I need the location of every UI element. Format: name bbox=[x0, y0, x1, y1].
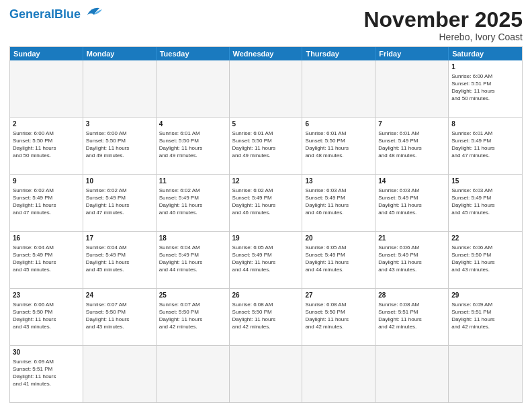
calendar-row-5: 23Sunrise: 6:06 AM Sunset: 5:50 PM Dayli… bbox=[10, 289, 522, 346]
day-number: 16 bbox=[13, 234, 80, 243]
day-info: Sunrise: 6:04 AM Sunset: 5:49 PM Dayligh… bbox=[13, 244, 80, 274]
day-number: 10 bbox=[86, 177, 153, 186]
day-number: 24 bbox=[86, 291, 153, 300]
day-number: 30 bbox=[13, 348, 80, 357]
weekday-header-thursday: Thursday bbox=[302, 47, 375, 60]
day-number: 3 bbox=[86, 120, 153, 129]
day-info: Sunrise: 6:09 AM Sunset: 5:51 PM Dayligh… bbox=[451, 301, 519, 331]
day-info: Sunrise: 6:01 AM Sunset: 5:49 PM Dayligh… bbox=[451, 130, 519, 160]
day-info: Sunrise: 6:03 AM Sunset: 5:49 PM Dayligh… bbox=[305, 187, 372, 217]
month-title: November 2025 bbox=[363, 8, 523, 32]
weekday-header-friday: Friday bbox=[375, 47, 449, 60]
calendar-cell-day-6: 6Sunrise: 6:01 AM Sunset: 5:50 PM Daylig… bbox=[302, 118, 375, 174]
calendar-cell-day-2: 2Sunrise: 6:00 AM Sunset: 5:50 PM Daylig… bbox=[10, 118, 83, 174]
calendar-cell-day-8: 8Sunrise: 6:01 AM Sunset: 5:49 PM Daylig… bbox=[449, 118, 522, 174]
day-number: 15 bbox=[451, 177, 519, 186]
day-number: 26 bbox=[232, 291, 300, 300]
day-number: 2 bbox=[13, 120, 80, 129]
calendar-cell-empty bbox=[10, 60, 83, 117]
calendar-cell-empty bbox=[302, 60, 375, 117]
day-info: Sunrise: 6:01 AM Sunset: 5:50 PM Dayligh… bbox=[159, 130, 226, 160]
day-number: 12 bbox=[232, 177, 300, 186]
day-info: Sunrise: 6:02 AM Sunset: 5:49 PM Dayligh… bbox=[232, 187, 300, 217]
day-info: Sunrise: 6:06 AM Sunset: 5:49 PM Dayligh… bbox=[378, 244, 445, 274]
weekday-header-wednesday: Wednesday bbox=[230, 47, 303, 60]
day-info: Sunrise: 6:02 AM Sunset: 5:49 PM Dayligh… bbox=[13, 187, 80, 217]
day-number: 9 bbox=[13, 177, 80, 186]
day-info: Sunrise: 6:00 AM Sunset: 5:50 PM Dayligh… bbox=[13, 130, 80, 160]
day-info: Sunrise: 6:06 AM Sunset: 5:50 PM Dayligh… bbox=[13, 301, 80, 331]
calendar-cell-day-4: 4Sunrise: 6:01 AM Sunset: 5:50 PM Daylig… bbox=[157, 118, 230, 174]
calendar-cell-day-24: 24Sunrise: 6:07 AM Sunset: 5:50 PM Dayli… bbox=[83, 289, 157, 345]
calendar-cell-empty bbox=[230, 346, 303, 402]
calendar-cell-day-3: 3Sunrise: 6:00 AM Sunset: 5:50 PM Daylig… bbox=[83, 118, 157, 174]
calendar-cell-day-12: 12Sunrise: 6:02 AM Sunset: 5:49 PM Dayli… bbox=[230, 175, 303, 231]
day-info: Sunrise: 6:04 AM Sunset: 5:49 PM Dayligh… bbox=[159, 244, 226, 274]
day-number: 21 bbox=[378, 234, 445, 243]
day-info: Sunrise: 6:00 AM Sunset: 5:51 PM Dayligh… bbox=[451, 73, 519, 103]
day-number: 25 bbox=[159, 291, 226, 300]
calendar-cell-day-10: 10Sunrise: 6:02 AM Sunset: 5:49 PM Dayli… bbox=[83, 175, 157, 231]
header: GeneralBlue November 2025 Herebo, Ivory … bbox=[9, 8, 523, 42]
day-number: 4 bbox=[159, 120, 226, 129]
logo-text: GeneralBlue bbox=[9, 8, 81, 20]
weekday-header-monday: Monday bbox=[83, 47, 157, 60]
day-number: 5 bbox=[232, 120, 300, 129]
calendar-cell-day-18: 18Sunrise: 6:04 AM Sunset: 5:49 PM Dayli… bbox=[157, 232, 230, 288]
calendar-cell-empty bbox=[230, 60, 303, 117]
day-info: Sunrise: 6:00 AM Sunset: 5:50 PM Dayligh… bbox=[86, 130, 153, 160]
day-info: Sunrise: 6:01 AM Sunset: 5:50 PM Dayligh… bbox=[232, 130, 300, 160]
day-info: Sunrise: 6:02 AM Sunset: 5:49 PM Dayligh… bbox=[159, 187, 226, 217]
calendar-row-3: 9Sunrise: 6:02 AM Sunset: 5:49 PM Daylig… bbox=[10, 175, 522, 232]
calendar-cell-day-14: 14Sunrise: 6:03 AM Sunset: 5:49 PM Dayli… bbox=[375, 175, 449, 231]
calendar-cell-day-23: 23Sunrise: 6:06 AM Sunset: 5:50 PM Dayli… bbox=[10, 289, 83, 345]
calendar-cell-day-16: 16Sunrise: 6:04 AM Sunset: 5:49 PM Dayli… bbox=[10, 232, 83, 288]
calendar-cell-day-17: 17Sunrise: 6:04 AM Sunset: 5:49 PM Dayli… bbox=[83, 232, 157, 288]
calendar-cell-day-7: 7Sunrise: 6:01 AM Sunset: 5:49 PM Daylig… bbox=[375, 118, 449, 174]
day-number: 22 bbox=[451, 234, 519, 243]
calendar: SundayMondayTuesdayWednesdayThursdayFrid… bbox=[9, 46, 523, 403]
calendar-cell-day-5: 5Sunrise: 6:01 AM Sunset: 5:50 PM Daylig… bbox=[230, 118, 303, 174]
day-info: Sunrise: 6:07 AM Sunset: 5:50 PM Dayligh… bbox=[159, 301, 226, 331]
calendar-cell-day-19: 19Sunrise: 6:05 AM Sunset: 5:49 PM Dayli… bbox=[230, 232, 303, 288]
day-number: 29 bbox=[451, 291, 519, 300]
day-number: 19 bbox=[232, 234, 300, 243]
logo: GeneralBlue bbox=[9, 8, 103, 20]
logo-blue: Blue bbox=[54, 7, 81, 21]
day-number: 13 bbox=[305, 177, 372, 186]
day-number: 28 bbox=[378, 291, 445, 300]
calendar-cell-day-28: 28Sunrise: 6:08 AM Sunset: 5:51 PM Dayli… bbox=[375, 289, 449, 345]
location: Herebo, Ivory Coast bbox=[363, 32, 523, 42]
calendar-cell-day-25: 25Sunrise: 6:07 AM Sunset: 5:50 PM Dayli… bbox=[157, 289, 230, 345]
calendar-cell-day-22: 22Sunrise: 6:06 AM Sunset: 5:50 PM Dayli… bbox=[449, 232, 522, 288]
calendar-row-1: 1Sunrise: 6:00 AM Sunset: 5:51 PM Daylig… bbox=[10, 60, 522, 118]
day-info: Sunrise: 6:06 AM Sunset: 5:50 PM Dayligh… bbox=[451, 244, 519, 274]
calendar-cell-day-30: 30Sunrise: 6:09 AM Sunset: 5:51 PM Dayli… bbox=[10, 346, 83, 402]
day-number: 14 bbox=[378, 177, 445, 186]
day-number: 1 bbox=[451, 62, 519, 72]
day-info: Sunrise: 6:05 AM Sunset: 5:49 PM Dayligh… bbox=[305, 244, 372, 274]
calendar-row-2: 2Sunrise: 6:00 AM Sunset: 5:50 PM Daylig… bbox=[10, 118, 522, 175]
day-info: Sunrise: 6:05 AM Sunset: 5:49 PM Dayligh… bbox=[232, 244, 300, 274]
day-info: Sunrise: 6:09 AM Sunset: 5:51 PM Dayligh… bbox=[13, 358, 80, 388]
calendar-cell-empty bbox=[157, 60, 230, 117]
day-info: Sunrise: 6:07 AM Sunset: 5:50 PM Dayligh… bbox=[86, 301, 153, 331]
calendar-cell-empty bbox=[449, 346, 522, 402]
day-info: Sunrise: 6:08 AM Sunset: 5:50 PM Dayligh… bbox=[232, 301, 300, 331]
logo-bird-icon bbox=[82, 5, 103, 20]
weekday-header-sunday: Sunday bbox=[10, 47, 83, 60]
day-info: Sunrise: 6:08 AM Sunset: 5:50 PM Dayligh… bbox=[305, 301, 372, 331]
calendar-cell-empty bbox=[157, 346, 230, 402]
calendar-cell-day-27: 27Sunrise: 6:08 AM Sunset: 5:50 PM Dayli… bbox=[302, 289, 375, 345]
calendar-body: 1Sunrise: 6:00 AM Sunset: 5:51 PM Daylig… bbox=[10, 60, 522, 402]
day-info: Sunrise: 6:01 AM Sunset: 5:49 PM Dayligh… bbox=[378, 130, 445, 160]
logo-general: General bbox=[9, 7, 54, 21]
calendar-cell-day-9: 9Sunrise: 6:02 AM Sunset: 5:49 PM Daylig… bbox=[10, 175, 83, 231]
calendar-row-4: 16Sunrise: 6:04 AM Sunset: 5:49 PM Dayli… bbox=[10, 232, 522, 289]
calendar-cell-day-1: 1Sunrise: 6:00 AM Sunset: 5:51 PM Daylig… bbox=[449, 60, 522, 117]
calendar-cell-empty bbox=[375, 346, 449, 402]
day-info: Sunrise: 6:03 AM Sunset: 5:49 PM Dayligh… bbox=[451, 187, 519, 217]
day-number: 17 bbox=[86, 234, 153, 243]
day-number: 23 bbox=[13, 291, 80, 300]
page: GeneralBlue November 2025 Herebo, Ivory … bbox=[0, 0, 532, 411]
